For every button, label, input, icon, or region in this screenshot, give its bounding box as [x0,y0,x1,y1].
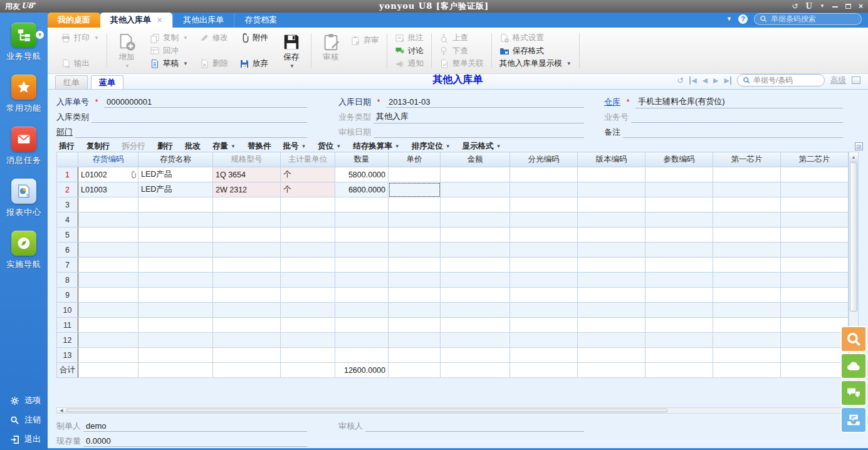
grid-cell[interactable] [578,288,646,303]
grid-cell[interactable] [578,303,646,318]
tab-list-dropdown-icon[interactable]: ▼ [726,16,732,22]
grid-cell[interactable] [578,348,646,363]
grid-toolbar-button[interactable]: 拆分行 [122,141,146,152]
grid-cell[interactable] [441,197,510,212]
grid-cell[interactable] [713,243,781,258]
grid-cell[interactable] [213,348,281,363]
toolbar-draft-button[interactable]: 草稿▼ [150,58,188,69]
grid-cell[interactable] [78,348,139,363]
toolbar-unaudit-button[interactable]: 弃审 [350,35,379,46]
grid-cell[interactable] [213,273,281,288]
grid-cell[interactable]: L01003 [78,182,139,197]
grid-cell[interactable] [578,333,646,348]
sidebar-exit-button[interactable]: 退出 [10,434,48,445]
row-number[interactable]: 9 [57,288,78,303]
toolbar-format-button[interactable]: 格式设置 [499,33,572,43]
toolbar-rollback-button[interactable]: 回冲 [150,46,188,56]
grid-cell[interactable]: L01002 [78,167,139,182]
toolbar-attach-button[interactable]: 附件 [239,33,268,43]
dropdown-caret-icon[interactable]: ▼ [336,144,341,149]
grid-cell[interactable] [510,348,578,363]
grid-cell[interactable] [578,318,646,333]
grid-cell[interactable] [646,273,713,288]
grid-cell[interactable] [441,333,510,348]
grid-cell[interactable] [510,228,578,243]
scroll-left-icon[interactable]: ◀ [57,408,66,413]
grid-cell[interactable] [213,318,281,333]
minimize-icon[interactable] [832,6,838,8]
toolbar-note-button[interactable]: 批注 [395,33,424,43]
grid-cell[interactable] [781,243,849,258]
grid-cell[interactable] [78,288,139,303]
grid-cell[interactable] [510,167,578,182]
column-header[interactable]: 数量 [335,152,389,167]
column-header[interactable]: 存货名称 [139,152,213,167]
grid-cell[interactable] [335,258,389,273]
grid-cell[interactable] [441,303,510,318]
grid-toolbar-button[interactable]: 排序定位▼ [412,141,451,152]
grid-cell[interactable] [781,258,849,273]
grid-cell[interactable] [441,318,510,333]
grid-cell[interactable] [78,303,139,318]
column-header[interactable]: 存货编码 [78,152,139,167]
sidebar-item-business-nav[interactable]: ▼业务导航 [6,23,41,62]
grid-cell[interactable] [646,243,713,258]
grid-cell[interactable] [781,212,849,228]
column-header[interactable]: 单价 [389,152,441,167]
grid-cell[interactable] [713,212,781,228]
toolbar-save-button[interactable]: 保存▼ [280,33,303,69]
grid-cell[interactable] [213,212,281,228]
grid-cell[interactable] [389,228,441,243]
grid-cell[interactable] [578,228,646,243]
field-label[interactable]: 部门 [56,127,73,138]
help-icon[interactable]: ? [738,14,748,24]
grid-cell[interactable] [713,228,781,243]
grid-cell[interactable] [781,228,849,243]
grid-cell[interactable] [713,288,781,303]
column-header[interactable]: 金额 [441,152,510,167]
grid-cell[interactable] [781,273,849,288]
tab-desktop[interactable]: 我的桌面 [48,13,100,28]
grid-cell[interactable]: 6800.0000 [335,182,389,197]
grid-cell[interactable] [781,333,849,348]
prev-record-icon[interactable]: ◀ [703,76,708,85]
column-header[interactable]: 版本编码 [578,152,646,167]
scroll-up-icon[interactable]: ▲ [849,152,858,162]
grid-cell[interactable] [78,212,139,228]
grid-cell[interactable] [335,318,389,333]
grid-cell[interactable] [281,258,335,273]
float-magnifier-button[interactable] [842,327,865,351]
grid-cell[interactable] [213,258,281,273]
grid-cell[interactable] [441,228,510,243]
grid-cell[interactable] [389,167,441,182]
grid-cell[interactable] [213,288,281,303]
row-number[interactable]: 6 [57,243,78,258]
float-inbox-message-button[interactable] [842,408,865,432]
grid-cell[interactable] [139,243,213,258]
grid-cell[interactable] [510,273,578,288]
row-number[interactable]: 1 [57,167,78,182]
grid-cell[interactable] [389,273,441,288]
field-value[interactable] [374,127,584,138]
grid-cell[interactable] [335,228,389,243]
grid-cell[interactable] [441,212,510,228]
grid-cell[interactable] [139,258,213,273]
grid-cell[interactable] [281,243,335,258]
dropdown-caret-icon[interactable]: ▼ [94,35,99,41]
grid-cell[interactable] [335,212,389,228]
grid-cell[interactable] [441,243,510,258]
grid-cell[interactable] [646,348,713,363]
grid-cell[interactable] [389,243,441,258]
grid-cell[interactable] [389,288,441,303]
grid-cell[interactable] [510,197,578,212]
grid-cell[interactable] [510,303,578,318]
grid-cell[interactable] [578,258,646,273]
row-number[interactable]: 12 [57,333,78,348]
field-value[interactable] [631,112,843,123]
grid-toolbar-button[interactable]: 显示格式▼ [463,141,501,152]
column-header[interactable]: 参数编码 [646,152,713,167]
grid-cell[interactable] [510,258,578,273]
first-record-icon[interactable]: ◀ [689,76,696,85]
grid-cell[interactable] [578,197,646,212]
row-number[interactable]: 2 [57,182,78,197]
